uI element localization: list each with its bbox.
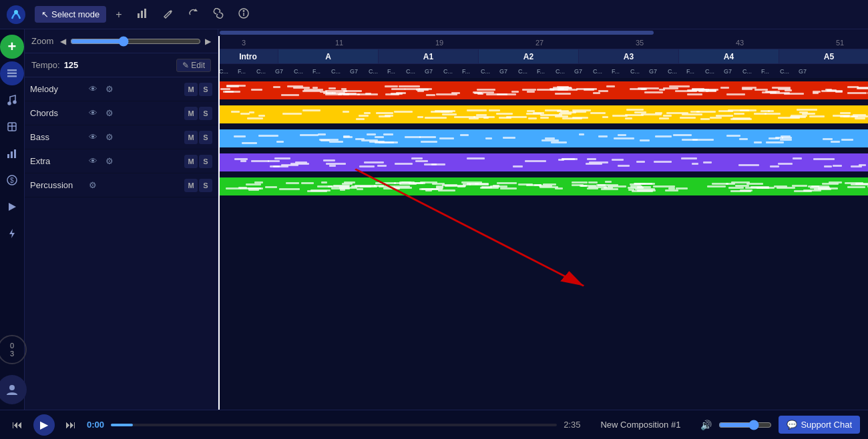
note-dash [726, 135, 740, 137]
note-dash [323, 159, 335, 161]
progress-bar[interactable] [111, 424, 557, 426]
extra-gear-button[interactable]: ⚙ [103, 155, 116, 167]
note-dash [738, 164, 758, 166]
chord-hint-item: C... [293, 68, 312, 75]
svg-rect-18 [11, 151, 13, 158]
app-logo [5, 4, 27, 25]
sidebar-play2-button[interactable] [0, 195, 24, 219]
note-dash [361, 139, 378, 141]
track-name-percussion: Percussion [30, 180, 83, 190]
note-dash [707, 185, 726, 187]
chords-solo-button[interactable]: S [199, 107, 212, 120]
sidebar-lightning-button[interactable] [0, 222, 24, 246]
melody-solo-button[interactable]: S [199, 83, 212, 96]
volume-slider[interactable] [718, 420, 772, 430]
rewind-button[interactable]: ⏮ [8, 416, 27, 434]
note-dash [247, 117, 262, 119]
note-dash [431, 111, 453, 113]
extra-solo-button[interactable]: S [199, 155, 212, 168]
cursor-icon: ↖ [41, 9, 49, 19]
note-dash [579, 133, 585, 135]
note-dash [703, 161, 712, 163]
chords-eye-button[interactable]: 👁 [86, 107, 100, 119]
bass-solo-button[interactable]: S [199, 131, 212, 144]
note-dash [317, 185, 333, 187]
percussion-solo-button[interactable]: S [199, 179, 212, 192]
note-dash [706, 90, 716, 92]
note-dash [734, 113, 744, 115]
percussion-gear-button[interactable]: ⚙ [86, 179, 99, 191]
fast-forward-button[interactable]: ⏭ [61, 416, 80, 434]
note-dash [356, 118, 364, 120]
add-button[interactable]: + [110, 5, 127, 24]
note-dash [831, 141, 840, 143]
bar-chart-icon-button[interactable] [132, 5, 153, 25]
note-dash [251, 160, 269, 162]
note-dash [793, 157, 802, 159]
turn-icon-button[interactable] [182, 5, 204, 25]
chord-hint-item: G7 [648, 68, 667, 75]
chord-hint-item: F... [312, 68, 331, 75]
sidebar-notes-button[interactable] [0, 88, 24, 112]
scroll-thumb[interactable] [220, 31, 654, 35]
svg-point-0 [7, 5, 25, 24]
pencil-icon-button[interactable] [157, 5, 178, 25]
extra-track-content[interactable] [218, 151, 868, 175]
tempo-edit-button[interactable]: ✎ Edit [176, 59, 211, 72]
progress-fill [111, 424, 133, 426]
link-icon-button[interactable] [208, 5, 229, 25]
user-avatar-button[interactable] [0, 375, 27, 404]
note-dash [732, 117, 751, 119]
support-chat-button[interactable]: 💬 Support Chat [779, 416, 860, 434]
main-layout: + [0, 29, 868, 410]
svg-rect-3 [141, 11, 143, 18]
section-A3: A3 [579, 49, 679, 63]
bass-mute-button[interactable]: M [184, 131, 198, 144]
bass-eye-button[interactable]: 👁 [86, 131, 100, 143]
note-dash [329, 141, 343, 143]
note-dash [274, 157, 290, 159]
measure-11: 11 [335, 39, 343, 47]
note-dash [431, 163, 445, 165]
sidebar-dollar-button[interactable]: $ [0, 168, 24, 192]
track-name-bass: Bass [30, 132, 83, 142]
chord-hint-item: G7 [274, 68, 293, 75]
info-icon-button[interactable] [233, 5, 254, 25]
note-dash [602, 116, 608, 118]
chords-ms-group: M S [184, 107, 212, 120]
extra-eye-button[interactable]: 👁 [86, 155, 100, 167]
note-dash [246, 183, 261, 185]
note-dash [300, 134, 318, 136]
note-dash [432, 183, 445, 185]
melody-track-content[interactable] [218, 79, 868, 103]
note-dash [240, 187, 261, 189]
measure-43: 43 [736, 39, 744, 47]
extra-mute-button[interactable]: M [184, 155, 198, 168]
note-dash [343, 90, 362, 92]
zoom-slider[interactable] [70, 36, 201, 47]
note-dash [286, 182, 299, 184]
chords-mute-button[interactable]: M [184, 107, 198, 120]
melody-gear-button[interactable]: ⚙ [103, 83, 116, 95]
volume-icon: 🔊 [700, 420, 712, 430]
select-mode-button[interactable]: ↖ Select mode [35, 6, 106, 23]
chords-gear-button[interactable]: ⚙ [103, 107, 116, 119]
note-dash [540, 117, 548, 119]
sidebar-chord-button[interactable] [0, 115, 24, 139]
bass-notes-pattern [218, 129, 868, 147]
chord-hint-item: G7 [798, 68, 817, 75]
sidebar-mixer-button[interactable] [0, 141, 24, 165]
sidebar-tracks-button[interactable] [0, 61, 24, 85]
percussion-track-content[interactable] [218, 175, 868, 199]
percussion-mute-button[interactable]: M [184, 179, 198, 192]
melody-mute-button[interactable]: M [184, 83, 198, 96]
bass-track-content[interactable] [218, 127, 868, 151]
note-dash [562, 158, 575, 160]
play-button[interactable]: ▶ [33, 414, 55, 436]
scroll-bar-row[interactable] [218, 29, 868, 36]
chords-track-content[interactable] [218, 103, 868, 127]
melody-eye-button[interactable]: 👁 [86, 83, 100, 95]
svg-rect-9 [7, 69, 17, 71]
sidebar-add-button[interactable]: + [0, 35, 24, 59]
bass-gear-button[interactable]: ⚙ [103, 131, 116, 143]
